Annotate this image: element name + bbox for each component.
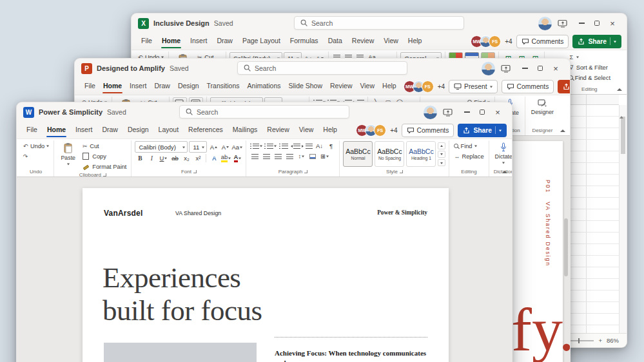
- close-button[interactable]: ×: [605, 15, 620, 31]
- dialog-launcher-icon[interactable]: [304, 170, 307, 173]
- menu-tab[interactable]: Insert: [129, 79, 147, 94]
- search-input[interactable]: Search: [237, 61, 407, 75]
- copy-button[interactable]: Copy: [81, 151, 128, 161]
- menu-tab[interactable]: View: [359, 79, 375, 94]
- numbering-button[interactable]: [264, 141, 277, 151]
- shrink-font-button[interactable]: A: [220, 142, 230, 152]
- account-avatar[interactable]: [538, 17, 552, 30]
- menu-tab[interactable]: File: [26, 122, 38, 138]
- align-right-icon[interactable]: [273, 151, 283, 161]
- dialog-launcher-icon[interactable]: [193, 170, 197, 173]
- share-button[interactable]: Share: [458, 124, 507, 137]
- collapse-ribbon-icon[interactable]: [560, 127, 565, 132]
- account-avatar[interactable]: [482, 62, 495, 75]
- scrollbar-thumb[interactable]: [564, 218, 568, 276]
- menu-tab-home[interactable]: Home: [46, 122, 66, 138]
- collab-overflow-badge[interactable]: +4: [505, 38, 512, 45]
- sort-filter-button[interactable]: ∇Sort & Filter: [567, 62, 609, 72]
- subscript-button[interactable]: x₂: [181, 153, 191, 163]
- grow-font-button[interactable]: A: [208, 142, 219, 152]
- dictate-button[interactable]: Dictate: [493, 141, 512, 164]
- bullets-button[interactable]: [249, 141, 262, 151]
- menu-tab[interactable]: Page Layout: [242, 33, 281, 49]
- format-painter-button[interactable]: Format Paint: [81, 162, 128, 171]
- menu-tab[interactable]: Animations: [247, 79, 282, 94]
- menu-tab[interactable]: View: [298, 122, 315, 138]
- search-input[interactable]: Search: [294, 16, 464, 30]
- menu-tab[interactable]: Review: [266, 122, 289, 138]
- increase-indent-button[interactable]: [302, 141, 313, 151]
- menu-tab[interactable]: File: [141, 33, 153, 49]
- minimize-button[interactable]: [574, 15, 589, 31]
- dialog-launcher-icon[interactable]: [400, 170, 403, 173]
- font-color-button[interactable]: A: [232, 153, 242, 163]
- shading-button[interactable]: [307, 151, 318, 161]
- menu-tab[interactable]: Review: [351, 33, 375, 49]
- italic-button[interactable]: I: [146, 153, 157, 163]
- menu-tab[interactable]: Design: [177, 79, 200, 94]
- menu-tab[interactable]: Data: [327, 33, 343, 49]
- menu-tab[interactable]: Draw: [153, 79, 171, 94]
- sort-button[interactable]: A↓: [314, 141, 324, 151]
- replace-button[interactable]: ↔Replace: [453, 151, 485, 161]
- menu-tab[interactable]: Mailings: [232, 122, 259, 138]
- collab-overflow-badge[interactable]: +4: [390, 127, 397, 134]
- scroll-up-icon[interactable]: [620, 103, 623, 119]
- menu-tab[interactable]: Help: [382, 79, 397, 94]
- decrease-indent-button[interactable]: [289, 141, 300, 151]
- style-no-spacing[interactable]: AaBbCc No Spacing: [375, 141, 404, 167]
- search-input[interactable]: Search: [179, 105, 349, 119]
- share-screen-icon[interactable]: [501, 64, 511, 73]
- close-button[interactable]: ×: [490, 104, 505, 120]
- superscript-button[interactable]: x²: [193, 153, 203, 163]
- font-size-select[interactable]: 11: [189, 141, 207, 153]
- menu-tab[interactable]: Transitions: [206, 79, 240, 94]
- present-button[interactable]: Present: [449, 80, 498, 93]
- show-formatting-button[interactable]: ¶: [326, 141, 336, 151]
- zoom-in-button[interactable]: +: [598, 337, 602, 344]
- vertical-scrollbar[interactable]: [619, 105, 627, 333]
- menu-tab[interactable]: Slide Show: [288, 79, 324, 94]
- collab-overflow-badge[interactable]: +4: [438, 83, 445, 90]
- change-case-button[interactable]: Aa: [231, 142, 242, 152]
- menu-tab[interactable]: Draw: [101, 122, 119, 138]
- comments-button[interactable]: Comments: [402, 124, 454, 137]
- menu-tab[interactable]: Layout: [158, 122, 180, 138]
- dialog-launcher-icon[interactable]: [103, 173, 106, 176]
- style-gallery-up-button[interactable]: [438, 142, 445, 149]
- find-button[interactable]: Find: [453, 141, 478, 151]
- share-screen-icon[interactable]: [558, 19, 568, 28]
- maximize-button[interactable]: [532, 61, 548, 76]
- line-spacing-button[interactable]: ↕: [296, 151, 306, 161]
- maximize-button[interactable]: [474, 104, 490, 120]
- justify-icon[interactable]: [284, 151, 295, 161]
- designer-button[interactable]: Designer: [529, 97, 556, 115]
- account-avatar[interactable]: [424, 106, 437, 119]
- menu-tab-home[interactable]: Home: [102, 79, 122, 94]
- style-normal[interactable]: AaBbCc Normal: [343, 141, 373, 167]
- redo-button[interactable]: ↷: [21, 151, 30, 161]
- find-select-button[interactable]: Find & Select: [567, 73, 612, 82]
- style-heading-1[interactable]: AaBbCc Heading 1: [406, 141, 436, 167]
- strikethrough-button[interactable]: ab: [170, 153, 180, 163]
- collapse-ribbon-icon[interactable]: [502, 168, 507, 173]
- avatar[interactable]: FS: [422, 81, 434, 93]
- menu-tab[interactable]: Design: [127, 122, 150, 138]
- document-page[interactable]: VanArsdel VA Shared Design Power & Simpl…: [83, 188, 449, 362]
- maximize-button[interactable]: [589, 15, 605, 31]
- minimize-button[interactable]: [517, 61, 532, 76]
- avatar[interactable]: FS: [489, 35, 501, 48]
- scrollbar-thumb[interactable]: [621, 117, 625, 154]
- menu-tab[interactable]: Review: [329, 79, 353, 94]
- menu-tab-home[interactable]: Home: [161, 33, 181, 49]
- share-button[interactable]: Share: [558, 80, 571, 93]
- font-name-select[interactable]: Calibri (Body): [135, 141, 188, 153]
- zoom-slider[interactable]: [567, 340, 594, 341]
- menu-tab[interactable]: View: [383, 33, 399, 49]
- avatar[interactable]: FS: [374, 124, 386, 137]
- comments-button[interactable]: Comments: [516, 35, 569, 48]
- style-gallery-down-button[interactable]: [438, 151, 445, 158]
- menu-tab[interactable]: Formulas: [289, 33, 319, 49]
- undo-button[interactable]: ↶Undo: [21, 141, 50, 151]
- zoom-level[interactable]: 86%: [607, 337, 619, 344]
